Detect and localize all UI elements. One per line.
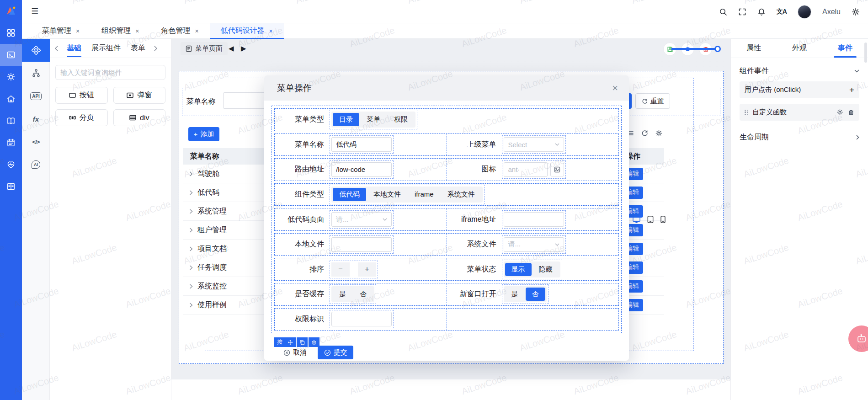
row-expand-icon[interactable] [189,284,193,289]
form-row-lowcode-iframe[interactable]: 低代码页面 请... iframe地址 [274,208,619,231]
iframe-addr-input[interactable] [504,212,564,227]
topbar-settings-gear-icon[interactable] [852,8,860,16]
modal-form-container[interactable]: 菜单类型 目录 菜单 权限 菜单名称 上级菜单 [272,106,622,333]
zoom-slider-knob[interactable] [714,46,721,52]
sidebar-item-dashboard[interactable] [0,22,22,44]
row-expand-icon[interactable] [189,190,193,195]
tab-display-components[interactable]: 展示组件 [90,39,122,57]
segment-option[interactable]: 系统文件 [441,188,481,201]
sys-file-select[interactable]: 请... [504,237,564,252]
form-row-perm[interactable]: 权限标识 [274,308,619,331]
stepper-plus-button[interactable]: + [358,262,376,277]
add-menu-button[interactable]: + 添加 [188,127,219,141]
segment-option[interactable]: 低代码 [333,188,366,201]
component-button[interactable]: 按钮 [55,87,108,104]
sidebar-item-docs[interactable] [0,176,22,197]
drag-handle-icon[interactable] [745,110,749,115]
redo-forward-icon[interactable]: ▶ [241,44,246,53]
hamburger-menu-icon[interactable]: ☰ [31,7,38,16]
form-row-sort-status[interactable]: 排序 − + 菜单状态 显示 隐藏 [274,258,619,281]
component-search-input[interactable] [55,65,165,80]
form-row-route-icon[interactable]: 路由地址 图标 ant· [274,158,619,181]
device-phone-icon[interactable] [660,215,666,224]
local-file-input[interactable] [331,237,392,252]
segment-option[interactable]: iframe [408,188,440,201]
tab-close-icon[interactable]: × [135,27,139,35]
zoom-slider[interactable] [671,48,718,50]
fullscreen-icon[interactable] [738,8,746,16]
rail-item-source-code[interactable]: </> [22,130,50,153]
add-event-handler-button[interactable]: + [849,85,854,94]
device-tablet-icon[interactable] [647,215,654,224]
modal-close-icon[interactable]: × [612,83,618,93]
delete-handler-trash-icon[interactable] [848,109,854,116]
sidebar-item-designer[interactable] [0,44,22,66]
onclick-event-item[interactable]: 用户点击 (onClick) + [740,81,859,98]
rail-item-api[interactable]: API [22,85,50,107]
tab-close-icon[interactable]: × [76,27,80,35]
bell-icon[interactable] [757,8,766,16]
component-div[interactable]: div [113,109,166,126]
route-input[interactable] [331,162,392,177]
rail-item-functions[interactable]: fx [22,107,50,130]
rail-item-ai[interactable]: AI [22,153,50,176]
segment-option[interactable]: 是 [505,288,525,301]
perm-input[interactable] [331,312,392,326]
translate-icon[interactable]: 文A [777,8,787,16]
segment-option[interactable]: 是 [333,288,352,301]
row-expand-icon[interactable] [189,265,193,270]
rail-item-components[interactable] [22,39,50,62]
segment-option[interactable]: 隐藏 [533,263,559,276]
tab-lowcode-designer[interactable]: 低代码设计器 × [210,23,284,38]
form-row-localfile-sysfile[interactable]: 本地文件 系统文件 请... [274,233,619,256]
component-pagination[interactable]: 分页 [55,109,108,126]
sidebar-item-calendar[interactable] [0,132,22,154]
configure-handler-gear-icon[interactable] [836,109,843,116]
device-desktop-icon[interactable] [632,215,641,224]
segment-option[interactable]: 权限 [388,113,414,126]
form-row-cache-newwindow[interactable]: 是否缓存 是 否 新窗口打开 是 否 [274,283,619,306]
component-events-section-header[interactable]: 组件事件 [740,66,859,76]
chevron-right-icon[interactable] [154,46,158,51]
icon-picker-button[interactable] [550,163,564,176]
row-expand-icon[interactable] [189,246,193,251]
tab-events[interactable]: 事件 [822,39,868,58]
tab-close-icon[interactable]: × [269,27,273,35]
segment-option[interactable]: 菜单 [360,113,387,126]
chevron-left-icon[interactable] [54,46,59,51]
tab-menu-management[interactable]: 菜单管理 × [31,23,91,38]
component-modal[interactable]: 弹窗 [113,87,166,104]
row-expand-icon[interactable] [189,171,193,176]
form-row-name-parent[interactable]: 菜单名称 上级菜单 Select [274,133,619,156]
sidebar-item-home[interactable] [0,88,22,110]
page-chip[interactable]: 菜单页面 [181,42,228,55]
segment-option[interactable]: 显示 [505,263,532,276]
panel-scrollbar[interactable] [864,43,867,63]
lifecycle-section-header[interactable]: 生命周期 [740,133,859,142]
move-icon[interactable] [288,340,293,345]
app-logo[interactable] [0,0,22,22]
sidebar-item-health[interactable] [0,154,22,176]
parent-menu-select[interactable]: Select [504,137,564,152]
segment-option[interactable]: 本地文件 [367,188,407,201]
menu-name-input[interactable] [331,137,392,152]
sidebar-item-settings[interactable] [0,66,22,88]
lowcode-page-select[interactable]: 请... [331,212,392,227]
tab-org-management[interactable]: 组织管理 × [91,23,150,38]
segment-option[interactable]: 否 [526,288,545,301]
icon-input[interactable]: ant· [504,162,548,177]
tab-appearance[interactable]: 外观 [777,39,822,58]
undo-back-icon[interactable]: ◀ [229,44,234,53]
segment-option[interactable]: 目录 [333,113,359,126]
tab-properties[interactable]: 属性 [731,39,777,58]
sidebar-item-knowledge[interactable] [0,110,22,132]
row-expand-icon[interactable] [189,228,193,233]
tab-form[interactable]: 表单 [129,39,147,57]
tab-close-icon[interactable]: × [195,27,198,35]
row-expand-icon[interactable] [189,209,193,214]
stepper-value[interactable] [350,262,358,277]
search-icon[interactable] [719,8,727,16]
rail-item-outline-tree[interactable] [22,62,50,85]
stepper-minus-button[interactable]: − [331,262,350,277]
segment-option[interactable]: 否 [353,288,373,301]
